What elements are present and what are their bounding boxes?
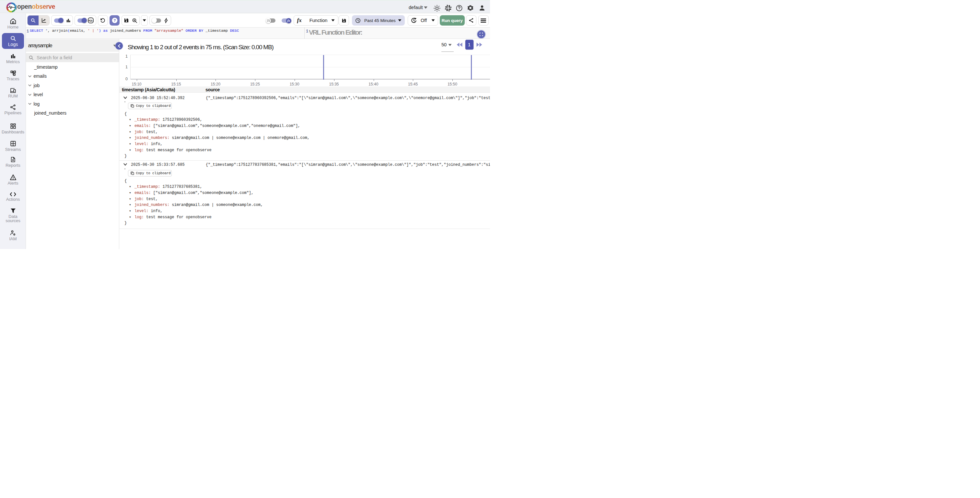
svg-text:SQL: SQL [88, 19, 93, 22]
svg-text:?: ? [113, 19, 116, 22]
